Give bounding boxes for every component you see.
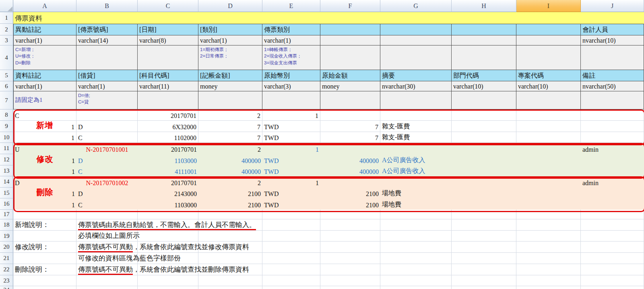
cell-i7[interactable] (516, 91, 581, 109)
cell-f19[interactable] (320, 231, 380, 242)
row-header-5[interactable]: 5 (0, 70, 13, 81)
row-header-22[interactable]: 22 (0, 264, 13, 275)
cell-e5[interactable]: 原始幣別 (262, 70, 320, 81)
cell-g12[interactable]: A公司廣告收入 (380, 154, 452, 165)
cell-d11[interactable]: 2 (198, 143, 262, 154)
cell-e24[interactable] (262, 286, 320, 289)
cell-f13[interactable]: 400000 (320, 165, 380, 176)
cell-d23[interactable] (198, 275, 262, 286)
cell-a11[interactable]: U (13, 143, 76, 154)
cell-h7[interactable] (452, 91, 516, 109)
row-header-21[interactable]: 21 (0, 253, 13, 264)
cell-c12[interactable]: 1103000 (138, 154, 198, 165)
cell-i16[interactable] (516, 198, 581, 210)
cell-e12[interactable]: TWD (262, 154, 320, 165)
cell-b8[interactable] (76, 109, 138, 121)
cell-b23[interactable] (76, 275, 138, 286)
cell-f18[interactable] (320, 219, 380, 231)
cell-b10[interactable]: C (76, 132, 138, 143)
cell-f12[interactable]: 400000 (320, 154, 380, 165)
cell-h6[interactable]: varchar(10) (452, 81, 516, 91)
cell-h12[interactable] (452, 154, 516, 165)
cell-a5[interactable]: 資料註記 (13, 70, 76, 81)
cell-d19[interactable] (198, 231, 262, 242)
cell-c13[interactable]: 4111001 (138, 165, 198, 176)
cell-e17[interactable] (262, 210, 320, 219)
cell-f23[interactable] (320, 275, 380, 286)
cell-i12[interactable] (516, 154, 581, 165)
cell-i6[interactable]: varchar(10) (516, 81, 581, 91)
cell-a17[interactable] (13, 210, 76, 219)
cell-e7[interactable] (262, 91, 320, 109)
cell-e19[interactable] (262, 231, 320, 242)
cell-i24[interactable] (516, 286, 581, 289)
cell-g9[interactable]: 雜支-匯費 (380, 121, 452, 132)
cell-a2[interactable]: 異動註記 (13, 24, 76, 35)
cell-j9[interactable] (581, 121, 644, 132)
cell-f2[interactable] (320, 24, 380, 35)
cell-b9[interactable]: D (76, 121, 138, 132)
cell-h3[interactable] (452, 35, 516, 45)
cell-j8[interactable] (581, 109, 644, 121)
cell-e16[interactable]: TWD (262, 198, 320, 210)
row-header-20[interactable]: 20 (0, 242, 13, 253)
cell-h23[interactable] (452, 275, 516, 286)
cell-d10[interactable]: 7 (198, 132, 262, 143)
cell-d9[interactable]: 7 (198, 121, 262, 132)
cell-b15[interactable]: D (76, 188, 138, 198)
cell-j17[interactable] (581, 210, 644, 219)
cell-j16[interactable] (581, 198, 644, 210)
cell-i23[interactable] (516, 275, 581, 286)
cell-i14[interactable] (516, 176, 581, 188)
cell-c3[interactable]: varchar(8) (138, 35, 198, 45)
cell-a6[interactable]: varchar(1) (13, 81, 76, 91)
row-header-17[interactable]: 17 (0, 210, 13, 219)
cell-g16[interactable]: 場地費 (380, 198, 452, 210)
cell-i17[interactable] (516, 210, 581, 219)
cell-j13[interactable] (581, 165, 644, 176)
cell-c15[interactable]: 2143000 (138, 188, 198, 198)
row-header-8[interactable]: 8 (0, 109, 13, 121)
cell-i13[interactable] (516, 165, 581, 176)
cell-h21[interactable] (452, 253, 516, 264)
cell-d12[interactable]: 400000 (198, 154, 262, 165)
cell-c9[interactable]: 6X32000 (138, 121, 198, 132)
cell-g10[interactable]: 雜支-匯費 (380, 132, 452, 143)
row-header-2[interactable]: 2 (0, 24, 13, 35)
cell-f10[interactable]: 7 (320, 132, 380, 143)
cell-i4[interactable] (516, 45, 581, 70)
cell-c7[interactable] (138, 91, 198, 109)
cell-d4[interactable]: 1=期初傳票； 2=日常傳票； (198, 45, 262, 70)
cell-f20[interactable] (320, 242, 380, 253)
cell-a7[interactable]: 請固定為1 (13, 91, 76, 109)
cell-d6[interactable]: money (198, 81, 262, 91)
cell-g3[interactable] (380, 35, 452, 45)
cell-h9[interactable] (452, 121, 516, 132)
cell-g8[interactable] (380, 109, 452, 121)
row-header-9[interactable]: 9 (0, 121, 13, 132)
cell-h8[interactable] (452, 109, 516, 121)
cell-d15[interactable]: 2100 (198, 188, 262, 198)
cell-d3[interactable]: varchar(1) (198, 35, 262, 45)
select-all-corner[interactable] (0, 0, 13, 12)
cell-a15[interactable]: 1刪除 (13, 188, 76, 198)
cell-j3[interactable]: nvarchar(10) (581, 35, 644, 45)
cell-i19[interactable] (516, 231, 581, 242)
cell-d2[interactable]: [類別] (198, 24, 262, 35)
cell-j2[interactable]: 會計人員 (581, 24, 644, 35)
cell-c11[interactable]: 20170701 (138, 143, 198, 154)
cell-g14[interactable] (380, 176, 452, 188)
row-header-3[interactable]: 3 (0, 35, 13, 45)
cell-g13[interactable]: A公司廣告收入 (380, 165, 452, 176)
cell-d14[interactable]: 2 (198, 176, 262, 188)
cell-h17[interactable] (452, 210, 516, 219)
cell-a10[interactable]: 1 (13, 132, 76, 143)
cell-h4[interactable] (452, 45, 516, 70)
row-header-4[interactable]: 4 (0, 45, 13, 70)
row-header-13[interactable]: 13 (0, 165, 13, 176)
cell-j23[interactable] (581, 275, 644, 286)
cell-b14[interactable]: N-20170701002 (76, 176, 138, 188)
cell-j5[interactable]: 備註 (581, 70, 644, 81)
cell-i5[interactable]: 專案代碼 (516, 70, 581, 81)
row-header-1[interactable]: 1 (0, 12, 13, 24)
